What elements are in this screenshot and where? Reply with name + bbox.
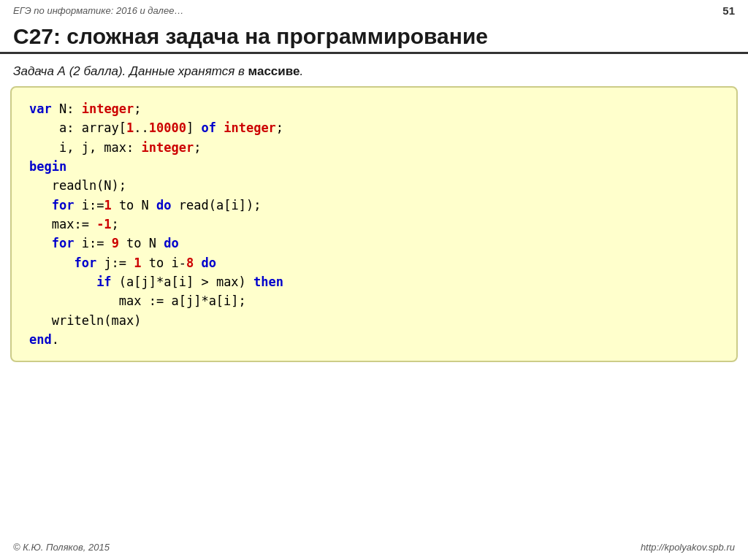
code-line-6: for i:=1 to N do read(a[i]); xyxy=(29,196,719,215)
code-line-11: max := a[j]*a[i]; xyxy=(29,291,719,310)
page-number: 51 xyxy=(722,4,735,17)
header-bar: ЕГЭ по информатике: 2016 и далее… 51 xyxy=(0,0,748,20)
footer-left: © К.Ю. Поляков, 2015 xyxy=(13,542,110,553)
task-desc-text-after: . xyxy=(299,64,303,78)
task-desc-bold: массиве xyxy=(248,64,300,78)
code-line-4: begin xyxy=(29,157,719,176)
code-line-1: var N: integer; xyxy=(29,99,719,118)
code-line-13: end. xyxy=(29,330,719,349)
code-line-8: for i:= 9 to N do xyxy=(29,234,719,253)
main-title: С27: сложная задача на программирование xyxy=(0,20,748,54)
code-block: var N: integer; a: array[1..10000] of in… xyxy=(10,86,738,362)
code-line-2: a: array[1..10000] of integer; xyxy=(29,118,719,137)
code-line-12: writeln(max) xyxy=(29,311,719,330)
code-line-9: for j:= 1 to i-8 do xyxy=(29,253,719,272)
footer-right: http://kpolyakov.spb.ru xyxy=(641,542,735,553)
code-line-3: i, j, max: integer; xyxy=(29,138,719,157)
task-desc-text-before: Задача А (2 балла). Данные хранятся в xyxy=(13,64,248,78)
task-description: Задача А (2 балла). Данные хранятся в ма… xyxy=(0,61,748,86)
header-subtitle: ЕГЭ по информатике: 2016 и далее… xyxy=(13,5,183,16)
page-container: ЕГЭ по информатике: 2016 и далее… 51 С27… xyxy=(0,0,748,560)
code-line-10: if (a[j]*a[i] > max) then xyxy=(29,272,719,291)
code-line-5: readln(N); xyxy=(29,176,719,195)
footer: © К.Ю. Поляков, 2015 http://kpolyakov.sp… xyxy=(0,542,748,553)
code-line-7: max:= -1; xyxy=(29,215,719,234)
